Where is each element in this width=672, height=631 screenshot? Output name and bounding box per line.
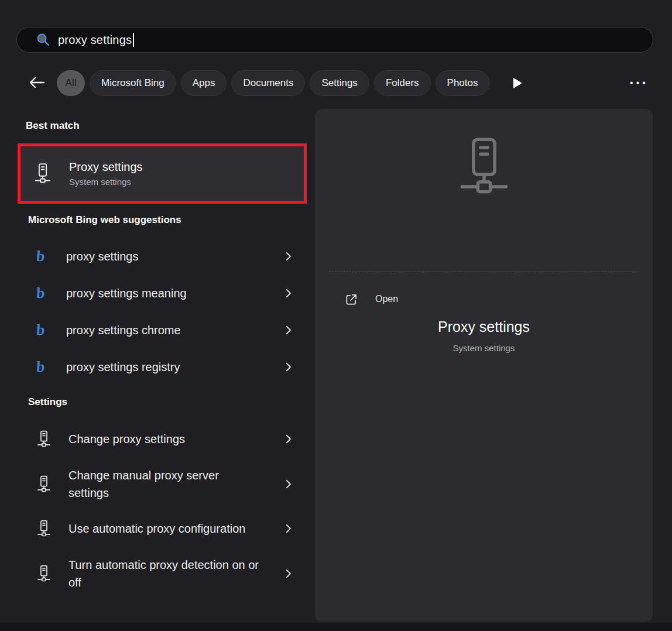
- bing-icon: b: [36, 287, 50, 300]
- search-icon: [36, 32, 51, 47]
- chevron-right-icon: [286, 289, 292, 298]
- preview-title: Proxy settings: [315, 318, 653, 335]
- filter-pill-folders[interactable]: Folders: [374, 70, 431, 96]
- filter-pill-documents[interactable]: Documents: [231, 70, 305, 96]
- section-header-settings: Settings: [28, 396, 67, 408]
- chevron-right-icon: [286, 434, 292, 444]
- back-button[interactable]: [27, 74, 47, 91]
- suggestion-label: proxy settings registry: [66, 358, 180, 376]
- start-search-flyout: proxy settings All Microsoft Bing Apps D…: [0, 0, 672, 631]
- settings-result-item[interactable]: Turn automatic proxy detection on or off: [18, 552, 307, 595]
- settings-result-item[interactable]: Use automatic proxy configuration: [18, 516, 307, 541]
- divider: [329, 272, 639, 272]
- best-match-title: Proxy settings: [69, 160, 143, 174]
- ellipsis-icon: •••: [630, 78, 649, 88]
- preview-panel: Proxy settings System settings Open: [315, 109, 653, 622]
- best-match-result-proxy-settings[interactable]: Proxy settings System settings: [18, 143, 307, 204]
- chevron-right-icon: [286, 325, 292, 335]
- suggestion-label: proxy settings: [66, 248, 138, 265]
- bing-suggestion-item[interactable]: b proxy settings meaning: [18, 280, 307, 306]
- section-header-best-match: Best match: [26, 120, 80, 132]
- filter-pills: All Microsoft Bing Apps Documents Settin…: [57, 70, 526, 96]
- open-action[interactable]: Open: [337, 289, 406, 309]
- bing-suggestion-item[interactable]: b proxy settings: [18, 244, 307, 269]
- suggestion-label: proxy settings meaning: [66, 284, 187, 302]
- section-header-bing-suggestions: Microsoft Bing web suggestions: [28, 214, 181, 226]
- more-options-button[interactable]: •••: [625, 74, 653, 92]
- chevron-right-icon: [286, 252, 292, 261]
- chevron-right-icon: [286, 362, 292, 372]
- bing-icon: b: [36, 250, 50, 263]
- proxy-server-large-icon: [458, 137, 510, 199]
- external-link-icon: [345, 293, 358, 306]
- settings-result-item[interactable]: Change proxy settings: [18, 426, 307, 452]
- text-cursor: [133, 33, 134, 47]
- settings-result-label: Change proxy settings: [68, 430, 185, 448]
- proxy-server-icon: [36, 475, 52, 493]
- chevron-right-icon: [286, 569, 292, 578]
- chevron-right-icon: [286, 479, 292, 489]
- search-input[interactable]: proxy settings: [58, 33, 132, 47]
- settings-result-label: Turn automatic proxy detection on or off: [68, 556, 262, 591]
- proxy-server-icon: [36, 520, 52, 538]
- filter-pill-photos[interactable]: Photos: [436, 70, 490, 96]
- settings-result-label: Use automatic proxy configuration: [68, 520, 245, 537]
- filter-pill-microsoft-bing[interactable]: Microsoft Bing: [90, 70, 176, 96]
- open-action-label: Open: [375, 294, 398, 304]
- best-match-subtitle: System settings: [69, 177, 143, 187]
- proxy-server-icon: [36, 430, 52, 448]
- scroll-filters-button[interactable]: [512, 76, 526, 90]
- preview-subtitle: System settings: [315, 343, 653, 353]
- bing-icon: b: [36, 361, 50, 373]
- filter-pill-settings[interactable]: Settings: [310, 70, 369, 96]
- play-icon: [512, 77, 523, 89]
- settings-result-item[interactable]: Change manual proxy server settings: [18, 462, 307, 506]
- bottom-shadow: [0, 623, 672, 631]
- proxy-server-icon: [34, 162, 52, 186]
- bing-suggestion-item[interactable]: b proxy settings chrome: [18, 317, 307, 343]
- search-bar[interactable]: proxy settings: [16, 27, 653, 53]
- suggestion-label: proxy settings chrome: [66, 321, 181, 339]
- settings-result-label: Change manual proxy server settings: [68, 467, 235, 502]
- chevron-right-icon: [286, 524, 292, 533]
- filter-pill-apps[interactable]: Apps: [181, 70, 227, 96]
- bing-icon: b: [36, 324, 50, 337]
- arrow-left-icon: [27, 74, 47, 91]
- bing-suggestion-item[interactable]: b proxy settings registry: [18, 354, 307, 380]
- proxy-server-icon: [36, 565, 52, 583]
- filter-pill-all[interactable]: All: [57, 70, 85, 96]
